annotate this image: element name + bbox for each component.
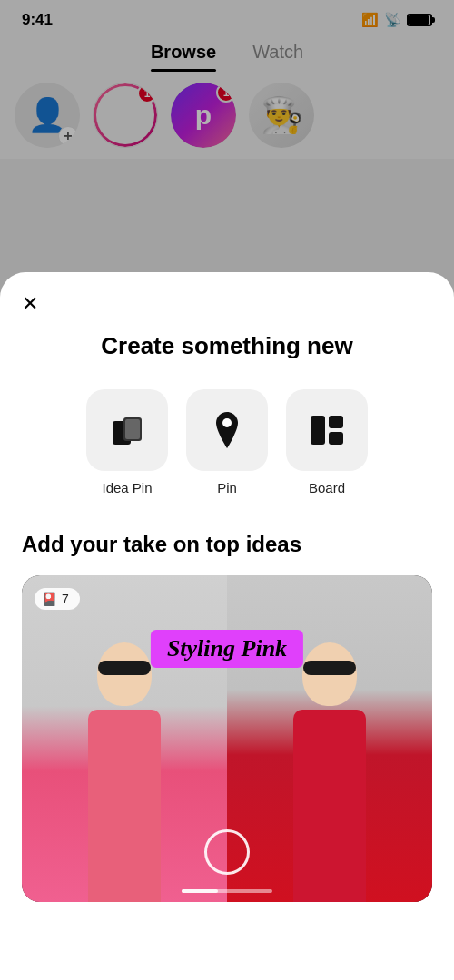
card-badge-icon: 🎴 [42, 592, 57, 606]
styling-pink-banner: Styling Pink [151, 630, 303, 668]
bottom-sheet: ✕ Create something new Idea Pin P [0, 272, 454, 980]
svg-rect-4 [311, 416, 325, 445]
card-badge: 🎴 7 [35, 588, 80, 610]
idea-pin-icon-container [86, 389, 168, 471]
svg-point-3 [222, 418, 232, 427]
woman-right [227, 575, 432, 902]
pin-icon-container [186, 389, 268, 471]
create-option-idea-pin[interactable]: Idea Pin [86, 389, 168, 495]
board-label: Board [309, 480, 345, 495]
content-card[interactable]: 🎴 7 [22, 575, 432, 902]
card-badge-count: 7 [62, 592, 69, 606]
progress-bar [182, 889, 272, 893]
svg-rect-2 [125, 419, 140, 439]
progress-fill [182, 889, 218, 893]
svg-rect-5 [329, 416, 343, 428]
body-left [88, 710, 161, 902]
body-right [293, 710, 366, 902]
close-button[interactable]: ✕ [22, 294, 38, 314]
create-option-board[interactable]: Board [286, 389, 368, 495]
section-heading: Add your take on top ideas [22, 532, 432, 557]
play-circle [204, 829, 250, 875]
idea-pin-svg-icon [109, 412, 145, 448]
board-icon-container [286, 389, 368, 471]
sunglasses-left [98, 661, 151, 675]
create-option-pin[interactable]: Pin [186, 389, 268, 495]
head-right [302, 642, 357, 706]
head-left [97, 642, 152, 706]
board-svg-icon [309, 414, 345, 446]
idea-pin-label: Idea Pin [102, 480, 152, 495]
woman-left [22, 575, 227, 902]
svg-rect-6 [329, 432, 343, 445]
sunglasses-right [303, 661, 356, 675]
pin-label: Pin [217, 480, 237, 495]
pin-svg-icon [211, 410, 243, 450]
create-options: Idea Pin Pin Board [22, 389, 432, 495]
sheet-title: Create something new [22, 332, 432, 360]
